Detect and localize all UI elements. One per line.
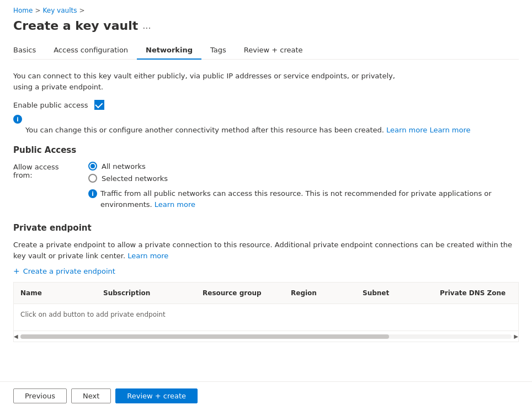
plus-icon: + (13, 267, 20, 275)
learn-more-inline[interactable]: Learn more (429, 126, 470, 134)
col-region: Region (284, 286, 356, 300)
tab-basics[interactable]: Basics (13, 41, 45, 60)
networking-description: You can connect to this key vault either… (13, 71, 400, 92)
radio-selected-networks[interactable]: Selected networks (88, 174, 519, 183)
page-title: Create a key vault (13, 19, 138, 33)
radio-all-networks[interactable]: All networks (88, 162, 519, 171)
add-private-endpoint-label: Create a private endpoint (23, 267, 115, 275)
col-dns-zone: Private DNS Zone (433, 286, 518, 300)
more-options-icon[interactable]: ... (142, 20, 151, 31)
private-endpoint-table: Name Subscription Resource group Region … (13, 282, 519, 342)
col-resource-group: Resource group (196, 286, 284, 300)
networking-content: You can connect to this key vault either… (13, 60, 519, 353)
allow-access-row: Allow access from: All networks Selected… (13, 162, 519, 210)
radio-selected-networks-button[interactable] (88, 174, 97, 183)
all-networks-info: i Traffic from all public networks can a… (88, 188, 519, 210)
table-empty-message: Click on add button to add private endpo… (14, 304, 518, 326)
allow-access-label: Allow access from: (13, 162, 79, 179)
breadcrumb: Home > Key vaults > (13, 7, 519, 14)
col-subscription: Subscription (97, 286, 196, 300)
enable-public-access-checkbox[interactable] (94, 100, 104, 110)
tab-review-create[interactable]: Review + create (235, 41, 312, 60)
radio-selected-networks-label: Selected networks (102, 174, 168, 183)
private-endpoint-title: Private endpoint (13, 223, 519, 233)
scrollbar-track[interactable] (20, 334, 512, 339)
info-row: i (13, 114, 519, 124)
table-header: Name Subscription Resource group Region … (14, 283, 518, 304)
col-subnet: Subnet (356, 286, 433, 300)
enable-public-access-label: Enable public access (13, 101, 88, 109)
col-name: Name (14, 286, 97, 300)
breadcrumb-sep1: > (35, 7, 40, 14)
learn-more-private[interactable]: Learn more (127, 252, 168, 260)
page-title-row: Create a key vault ... (13, 19, 519, 33)
change-text: You can change this or configure another… (25, 126, 384, 134)
tab-networking[interactable]: Networking (137, 41, 201, 60)
horizontal-scrollbar[interactable]: ◀ ▶ (14, 331, 518, 342)
add-private-endpoint-link[interactable]: + Create a private endpoint (13, 267, 519, 275)
public-access-title: Public Access (13, 145, 519, 155)
scrollbar-thumb (20, 334, 389, 339)
tab-tags[interactable]: Tags (201, 41, 235, 60)
all-networks-info-icon: i (88, 189, 97, 198)
all-networks-info-text: Traffic from all public networks can acc… (100, 188, 519, 210)
radio-all-networks-button[interactable] (88, 162, 97, 171)
radio-all-networks-label: All networks (102, 162, 146, 171)
enable-public-access-row: Enable public access (13, 100, 519, 110)
radio-all-networks-inner (91, 164, 95, 168)
next-button[interactable]: Next (71, 388, 111, 403)
tab-access-configuration[interactable]: Access configuration (45, 41, 137, 60)
breadcrumb-sep2: > (79, 7, 84, 14)
scroll-right-arrow[interactable]: ▶ (514, 333, 518, 339)
breadcrumb-home[interactable]: Home (13, 7, 33, 14)
learn-more-link-1[interactable]: Learn more (386, 126, 427, 134)
learn-more-networks[interactable]: Learn more (155, 200, 195, 209)
private-endpoint-section: Private endpoint Create a private endpoi… (13, 223, 519, 342)
network-radio-group: All networks Selected networks i Traffic… (88, 162, 519, 210)
tabs-row: Basics Access configuration Networking T… (13, 41, 519, 60)
review-create-button[interactable]: Review + create (115, 388, 198, 403)
scroll-left-arrow[interactable]: ◀ (14, 333, 18, 339)
private-endpoint-description: Create a private endpoint to allow a pri… (13, 239, 519, 261)
breadcrumb-keyvaults[interactable]: Key vaults (43, 7, 77, 14)
info-icon: i (13, 115, 22, 124)
previous-button[interactable]: Previous (13, 388, 67, 403)
footer: Previous Next Review + create (0, 381, 532, 410)
